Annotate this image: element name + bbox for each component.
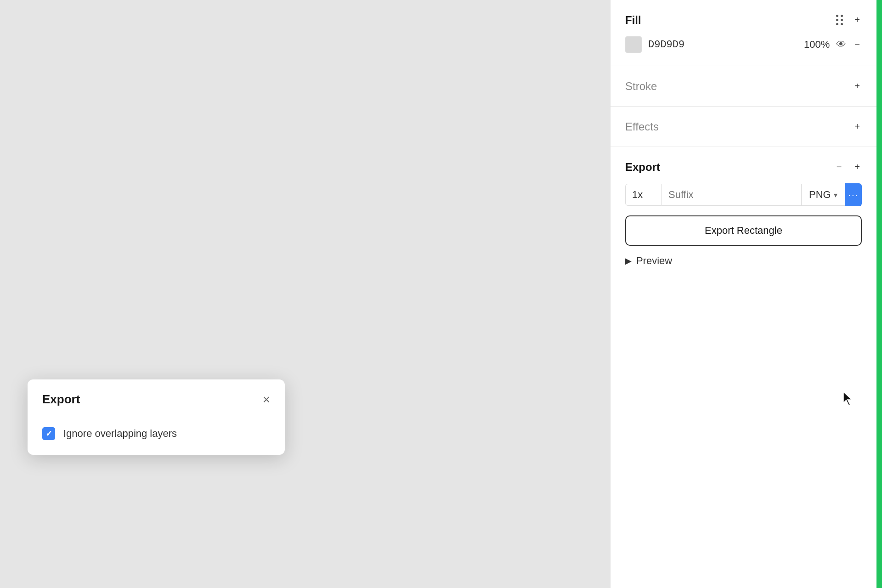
- fill-section-actions: +: [836, 13, 862, 27]
- fill-hex-value[interactable]: D9D9D9: [648, 39, 797, 51]
- export-rectangle-button[interactable]: Export Rectangle: [625, 215, 862, 246]
- more-dots-icon: ···: [848, 190, 859, 200]
- stroke-section-actions: +: [853, 79, 862, 93]
- fill-color-swatch[interactable]: [625, 36, 642, 53]
- export-format-dropdown[interactable]: PNG ▾: [802, 184, 845, 206]
- export-row: PNG ▾ ···: [625, 183, 862, 206]
- effects-section-actions: +: [853, 119, 862, 134]
- popup-body: ✓ Ignore overlapping layers: [28, 416, 285, 455]
- fill-row: D9D9D9 100% 👁 −: [625, 36, 862, 53]
- preview-arrow-icon: ▶: [625, 256, 632, 266]
- effects-section: Effects +: [611, 107, 876, 147]
- fill-remove-button[interactable]: −: [853, 38, 862, 52]
- popup-close-button[interactable]: ×: [263, 393, 270, 406]
- checkbox-row: ✓ Ignore overlapping layers: [42, 427, 270, 440]
- export-scale-input[interactable]: [625, 184, 662, 206]
- export-suffix-input[interactable]: [662, 184, 802, 206]
- stroke-add-button[interactable]: +: [853, 79, 862, 93]
- popup-header: Export ×: [28, 379, 285, 416]
- preview-label: Preview: [636, 255, 672, 267]
- fill-section-title: Fill: [625, 14, 641, 27]
- format-chevron-icon: ▾: [834, 191, 837, 199]
- canvas-area: Export × ✓ Ignore overlapping layers: [0, 0, 610, 588]
- fill-section-header: Fill +: [625, 13, 862, 27]
- effects-section-header: Effects +: [625, 119, 862, 134]
- export-add-button[interactable]: +: [853, 160, 862, 174]
- checkbox-label: Ignore overlapping layers: [63, 428, 177, 440]
- stroke-section-title: Stroke: [625, 80, 657, 93]
- export-remove-button[interactable]: −: [835, 160, 844, 174]
- preview-row[interactable]: ▶ Preview: [625, 255, 862, 267]
- checkmark-icon: ✓: [45, 429, 52, 439]
- export-popup: Export × ✓ Ignore overlapping layers: [28, 379, 285, 455]
- export-section: Export − + PNG ▾ ··· Export Recta: [611, 147, 876, 280]
- fill-opacity-value[interactable]: 100%: [804, 39, 830, 51]
- stroke-section: Stroke +: [611, 66, 876, 107]
- effects-add-button[interactable]: +: [853, 119, 862, 134]
- export-section-header: Export − +: [625, 160, 862, 174]
- export-format-label: PNG: [809, 189, 831, 201]
- fill-visibility-icon[interactable]: 👁: [836, 39, 846, 51]
- popup-title: Export: [42, 392, 80, 407]
- fill-section: Fill + D9D9D9 100% 👁 −: [611, 0, 876, 66]
- export-more-button[interactable]: ···: [845, 183, 862, 206]
- fill-add-button[interactable]: +: [853, 13, 862, 27]
- stroke-section-header: Stroke +: [625, 79, 862, 93]
- fill-dots-icon[interactable]: [836, 15, 843, 25]
- ignore-layers-checkbox[interactable]: ✓: [42, 427, 55, 440]
- right-panel: Fill + D9D9D9 100% 👁 −: [610, 0, 876, 588]
- export-section-title: Export: [625, 161, 660, 174]
- export-section-actions: − +: [835, 160, 862, 174]
- scrollbar[interactable]: [876, 0, 882, 588]
- effects-section-title: Effects: [625, 120, 659, 133]
